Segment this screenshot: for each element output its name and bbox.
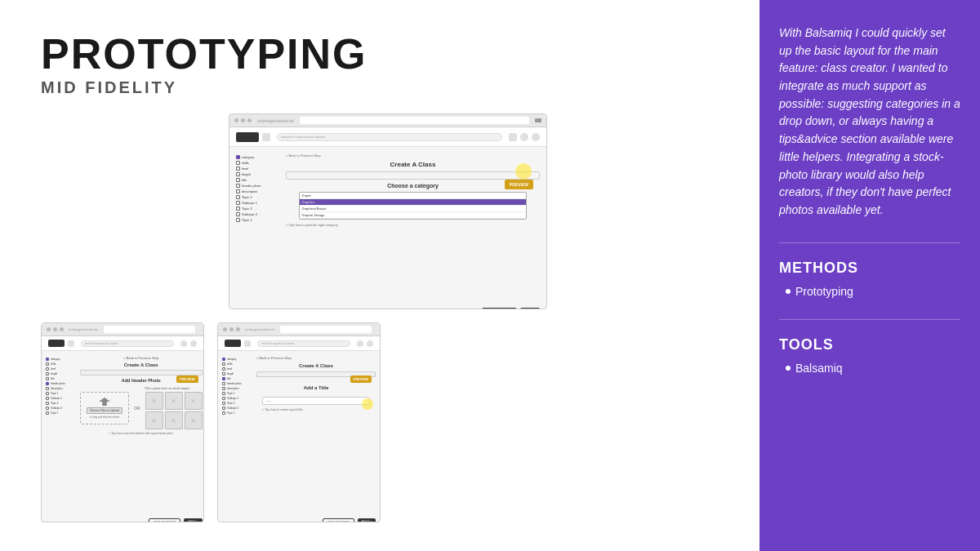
s-item: title (222, 377, 252, 380)
sidebar-item: length (236, 172, 281, 176)
stock-item[interactable]: × (165, 411, 183, 429)
br-form-title: Create A Class (299, 363, 333, 368)
notif-br (357, 340, 363, 347)
category-tip: > Tips how to pick the right category (286, 223, 338, 227)
bl-next-btn[interactable]: NEXT > (184, 518, 202, 522)
upload-btn[interactable]: Choose Files to Upload (87, 407, 122, 414)
s-item: Subtopic 2 (46, 407, 75, 410)
br-tip: > Tips how to create a good title (262, 408, 303, 411)
browser-dot (247, 118, 252, 122)
bullet-dot (786, 289, 791, 294)
mock-logo-br (225, 340, 241, 347)
mock-main-br: category skills level length title heade… (218, 351, 380, 522)
page-title: PROTOTYPING (41, 33, 735, 75)
title-input[interactable]: Title (262, 397, 369, 405)
mock-grid-icon (262, 133, 270, 141)
mock-main-bl: category skills level length title heade… (42, 351, 203, 522)
mock-sidebar-br: category skills level length title heade… (222, 354, 252, 522)
s-item: Subtopic 1 (222, 397, 252, 400)
stock-item[interactable]: × (145, 392, 163, 410)
b-dot (236, 327, 240, 331)
browser-dot (241, 118, 245, 122)
browser-bar-top: artdesigninstitute.de (229, 114, 546, 127)
bl-save-btn[interactable]: SAVE AS DRAFT (149, 518, 180, 522)
left-content-area: PROTOTYPING MID FIDELITY artdesigninstit… (0, 0, 760, 551)
bl-preview-btn[interactable]: PREVIEW (176, 375, 198, 383)
title-input-bar (286, 171, 540, 180)
preview-btn[interactable]: PREVIEW (505, 180, 533, 189)
mock-form-top: < Back to Previous Step Create A Class C… (286, 152, 540, 309)
mock-notif-icon (520, 133, 528, 141)
grid-icon-bl (68, 340, 74, 347)
back-link: < Back to Previous Step (286, 153, 321, 158)
s-item: skills (222, 362, 252, 366)
save-draft-btn[interactable]: SAVE AS DRAFT (482, 308, 517, 309)
sidebar-item: header photo (236, 184, 281, 188)
br-preview-btn[interactable]: PREVIEW (350, 375, 372, 383)
tools-item-label: Balsamiq (795, 362, 843, 375)
bullet-dot-tools (786, 366, 791, 371)
title-input-wrapper: Title (262, 397, 369, 405)
stock-item[interactable]: × (165, 392, 183, 410)
b-dot (223, 327, 227, 331)
site-url-bl: artdesigninstitute.de (69, 327, 98, 331)
s-item: Subtopic 2 (222, 407, 252, 410)
avatar-bl (190, 340, 197, 347)
browser-bar-br: artdesigninstitute.de (218, 323, 380, 336)
s-item: skills (46, 362, 75, 366)
mock-search: search for experts and classes (277, 133, 502, 141)
b-dot (60, 327, 64, 331)
s-item: description (46, 387, 75, 390)
search-bl: search for experts and classes (81, 340, 174, 347)
sidebar-item: description (236, 189, 281, 193)
sidebar-item: Topic 1 (236, 218, 281, 222)
s-item: description (222, 387, 252, 390)
title-placeholder: Title (265, 399, 271, 403)
stock-item[interactable]: × (185, 392, 203, 410)
stock-item[interactable]: × (145, 411, 163, 429)
mock-nav-bl: search for experts and classes (42, 336, 203, 351)
s-item: category (46, 358, 75, 361)
mock-nav-br: search for experts and classes (218, 336, 380, 351)
s-item: length (46, 372, 75, 375)
br-back-link: < Back to Previous Step (256, 356, 292, 360)
bottom-mockup-row: artdesigninstitute.de search for experts… (41, 322, 735, 522)
stock-grid: × × × × × × (145, 392, 203, 429)
category-dropdown[interactable]: Graph Graphics Graphical Basics Graphic … (299, 192, 528, 220)
b-dot (229, 327, 234, 331)
top-mockup: artdesigninstitute.de search for experts… (229, 113, 547, 309)
nav-arrow (535, 118, 541, 122)
mock-bell-icon (509, 133, 517, 141)
bl-buttons: SAVE AS DRAFT NEXT > (149, 518, 202, 522)
upload-label: or drag and drop them here (90, 415, 120, 419)
bl-tip: > Tips how to catch the attention with a… (109, 432, 173, 435)
notif-bl (180, 340, 187, 347)
sidebar-divider-tools (779, 319, 960, 320)
stock-item[interactable]: × (185, 411, 203, 429)
next-btn[interactable]: NEXT > (520, 308, 540, 309)
search-pl-br: search for experts and classes (261, 342, 295, 345)
br-buttons: SAVE AS DRAFT NEXT > (323, 518, 376, 522)
br-next-btn[interactable]: NEXT > (358, 518, 376, 522)
mock-form-br: < Back to Previous Step Create A Class A… (256, 354, 376, 522)
browser-dot (234, 118, 238, 122)
sidebar-item: Subtopic 2 (236, 212, 281, 216)
mock-avatar (532, 133, 540, 141)
methods-title: METHODS (779, 260, 960, 277)
s-item: header photo (222, 382, 252, 385)
browser-url-bl (104, 326, 195, 333)
s-item: level (222, 367, 252, 371)
s-item: header photo (46, 382, 75, 385)
sidebar-item: Topic 1 (236, 195, 281, 199)
s-item: category (222, 358, 252, 361)
stock-label: Pick a photo from our stock images (145, 387, 203, 390)
bl-title-bar (80, 370, 203, 375)
dropdown-item: Graph (300, 193, 527, 199)
form-buttons: SAVE AS DRAFT NEXT > (482, 308, 540, 309)
methods-item: Prototyping (779, 285, 960, 298)
upload-box[interactable]: Choose Files to Upload or drag and drop … (80, 392, 129, 424)
mock-nav-top: search for experts and classes (229, 127, 546, 147)
br-save-btn[interactable]: SAVE AS DRAFT (323, 518, 354, 522)
form-title: Create A Class (390, 161, 436, 168)
s-item: Topic 1 (222, 411, 252, 415)
